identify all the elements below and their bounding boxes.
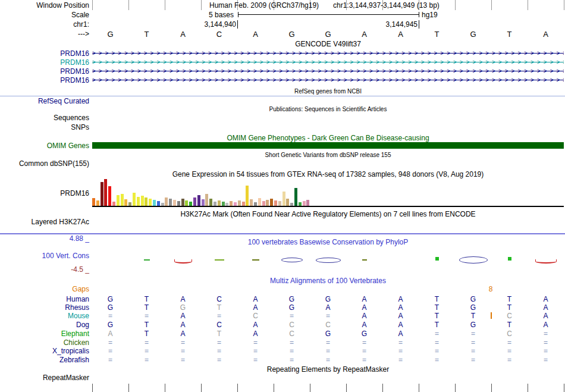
ruler-tick xyxy=(346,384,347,392)
ruler-tick xyxy=(237,384,238,392)
bottom-ruler-ticks xyxy=(0,0,565,392)
ruler-tick xyxy=(491,384,492,392)
ruler-tick xyxy=(564,384,564,392)
ruler-tick xyxy=(92,384,93,392)
ruler-tick xyxy=(128,384,129,392)
ruler-tick xyxy=(274,384,274,392)
ruler-tick xyxy=(201,384,202,392)
ruler-tick xyxy=(310,384,310,392)
ruler-tick xyxy=(455,384,456,392)
ruler-tick xyxy=(528,384,528,392)
ruler-tick xyxy=(165,384,165,392)
ruler-tick xyxy=(382,384,383,392)
ruler-tick xyxy=(419,384,419,392)
genome-browser-image[interactable]: Window Position Human Feb. 2009 (GRCh37/… xyxy=(0,0,565,392)
